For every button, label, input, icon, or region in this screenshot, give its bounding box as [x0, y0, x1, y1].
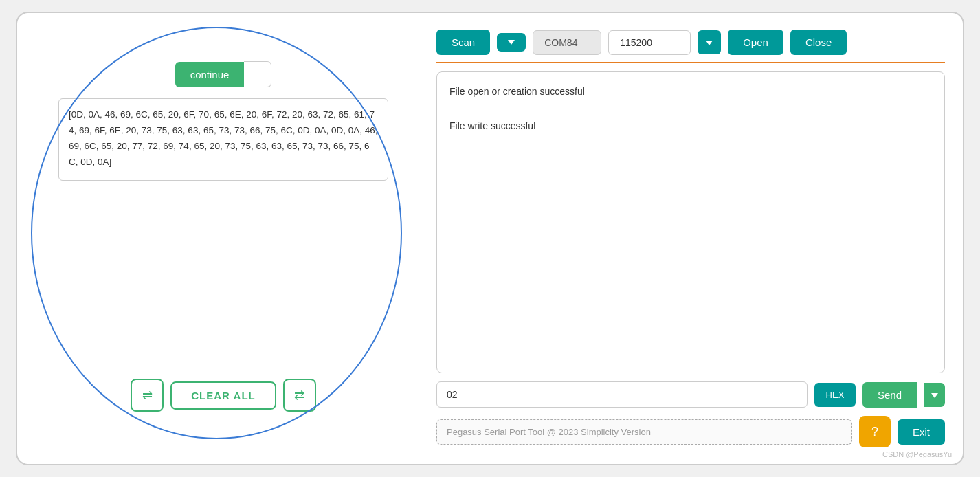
scan-dropdown-button[interactable] — [497, 33, 526, 52]
left-panel: continue [0D, 0A, 46, 69, 6C, 65, 20, 6F… — [24, 20, 423, 460]
continue-extra — [244, 61, 271, 87]
help-button[interactable]: ? — [859, 416, 891, 447]
baud-dropdown-button[interactable] — [698, 30, 721, 54]
status-bar: Pegasus Serial Port Tool @ 2023 Simplici… — [436, 416, 945, 447]
continue-row: continue — [175, 61, 272, 87]
flow-left-icon: ⇌ — [142, 388, 153, 403]
send-dropdown-button[interactable] — [924, 383, 945, 407]
baud-rate-input[interactable] — [608, 30, 691, 55]
send-dropdown-arrow — [931, 393, 938, 398]
icon-right-button[interactable]: ⇄ — [283, 379, 316, 412]
icon-left-button[interactable]: ⇌ — [131, 379, 164, 412]
bottom-buttons: ⇌ CLEAR ALL ⇄ — [131, 379, 315, 412]
hex-button[interactable]: HEX — [814, 383, 856, 407]
left-content: continue [0D, 0A, 46, 69, 6C, 65, 20, 6F… — [45, 41, 402, 439]
status-text: Pegasus Serial Port Tool @ 2023 Simplici… — [436, 419, 852, 445]
com-port-input[interactable] — [533, 30, 601, 55]
send-button[interactable]: Send — [862, 382, 917, 408]
exit-button[interactable]: Exit — [898, 419, 945, 445]
toolbar: Scan Open Close — [436, 30, 945, 63]
open-button[interactable]: Open — [728, 30, 783, 55]
send-input[interactable] — [436, 381, 808, 408]
output-line-2: File write successful — [449, 118, 932, 135]
scan-button[interactable]: Scan — [436, 30, 490, 55]
hex-display: [0D, 0A, 46, 69, 6C, 65, 20, 6F, 70, 65,… — [58, 98, 388, 181]
clear-all-button[interactable]: CLEAR ALL — [170, 381, 276, 410]
close-button[interactable]: Close — [790, 30, 847, 55]
baud-dropdown-arrow — [706, 41, 713, 45]
right-panel: Scan Open Close File open or creation su… — [423, 20, 956, 457]
main-window: continue [0D, 0A, 46, 69, 6C, 65, 20, 6F… — [16, 12, 964, 465]
help-icon: ? — [871, 425, 878, 439]
watermark: CSDN @PegasusYu — [882, 450, 952, 458]
output-line-1: File open or creation successful — [449, 83, 932, 100]
continue-button[interactable]: continue — [175, 62, 245, 87]
send-row: HEX Send — [436, 381, 945, 408]
output-area: File open or creation successful File wr… — [436, 71, 945, 373]
scan-dropdown-arrow — [508, 40, 515, 45]
flow-right-icon: ⇄ — [294, 388, 304, 403]
